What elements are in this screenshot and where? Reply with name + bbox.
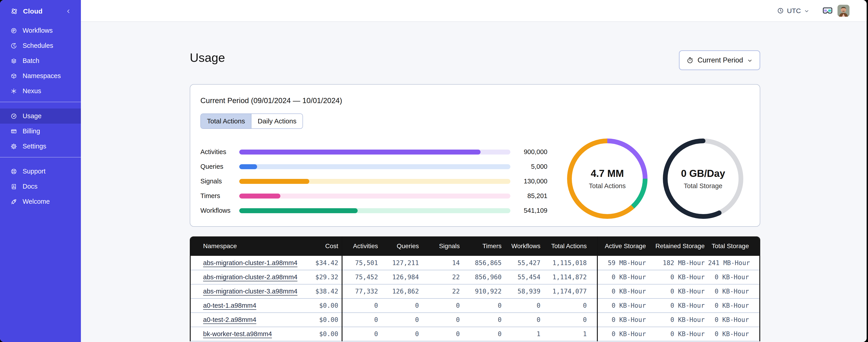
cell-queries: 0 — [381, 313, 422, 327]
bar-workflows: Workflows541,109 — [200, 203, 548, 218]
cell-total-actions: 0 — [544, 299, 597, 313]
cell-total-actions: 1,114,872 — [544, 270, 597, 284]
cell-timers: 0 — [463, 313, 505, 327]
cell-signals: 0 — [422, 299, 463, 313]
cell-total-storage: 0 KB-Hour — [708, 327, 759, 341]
tab-daily-actions[interactable]: Daily Actions — [251, 114, 303, 128]
sidebar-item-label: Billing — [23, 128, 40, 135]
main-content: Usage Current Period Current Period (09/… — [81, 22, 867, 342]
column-header-total-actions: Total Actions — [544, 236, 597, 256]
user-menu-chevron-down-icon[interactable] — [852, 8, 859, 14]
sidebar-item-usage[interactable]: Usage — [0, 108, 81, 124]
column-header-total-storage: Total Storage — [708, 236, 759, 256]
table-row: a0-test-1.a98mm4$0.000000000 KB-Hour0 KB… — [191, 299, 759, 313]
cell-active-storage: 0 KB-Hour — [597, 313, 649, 327]
column-header-signals: Signals — [422, 236, 463, 256]
bar-track — [239, 194, 510, 199]
usage-icon — [10, 113, 17, 119]
namespace-link[interactable]: bk-worker-test.a98mm4 — [203, 330, 272, 338]
table-row: abs-migration-cluster-3.a98mm4$38.4277,3… — [191, 284, 759, 299]
chevron-down-icon — [747, 57, 753, 63]
sidebar-item-welcome[interactable]: Welcome — [0, 194, 81, 209]
donut-total-storage: 0 GB/Day Total Storage — [660, 136, 746, 221]
cell-namespace: a0-test-1.a98mm4 — [191, 299, 305, 313]
cell-retained-storage: 0 KB-Hour — [649, 299, 708, 313]
sidebar-divider — [0, 157, 81, 158]
cell-total-storage: 0 KB-Hour — [708, 270, 759, 284]
namespace-link[interactable]: abs-migration-cluster-3.a98mm4 — [203, 287, 297, 295]
cell-signals: 22 — [422, 270, 463, 284]
sidebar-item-docs[interactable]: Docs — [0, 179, 81, 194]
cell-cost: $0.00 — [305, 313, 342, 327]
sidebar-item-billing[interactable]: Billing — [0, 124, 81, 139]
bar-value: 85,201 — [510, 192, 548, 200]
temporal-cloud-logo-icon — [10, 7, 18, 15]
column-header-retained-storage: Retained Storage — [649, 236, 708, 256]
cell-timers: 0 — [463, 327, 505, 341]
bar-fill — [239, 208, 358, 213]
column-header-activities: Activities — [342, 236, 381, 256]
cell-activities: 0 — [342, 313, 381, 327]
namespaces-icon — [10, 73, 17, 79]
namespace-link[interactable]: abs-migration-cluster-1.a98mm4 — [203, 259, 297, 266]
schedules-icon — [10, 42, 17, 49]
sidebar-item-nexus[interactable]: Nexus — [0, 83, 81, 99]
cell-timers: 856,960 — [463, 270, 505, 284]
brand: Cloud — [0, 0, 81, 23]
sidebar-collapse-icon[interactable] — [65, 8, 71, 14]
sidebar-divider — [0, 102, 81, 102]
cell-signals: 0 — [422, 327, 463, 341]
labs-glasses-icon[interactable] — [822, 7, 833, 15]
settings-icon — [10, 143, 17, 150]
sidebar-item-workflows[interactable]: Workflows — [0, 23, 81, 38]
table-row: abs-migration-cluster-1.a98mm4$34.4275,5… — [191, 256, 759, 270]
nexus-icon — [10, 88, 17, 95]
brand-label: Cloud — [23, 7, 42, 15]
period-button-label: Current Period — [698, 56, 743, 64]
cell-workflows: 58,939 — [505, 284, 544, 299]
cell-active-storage: 0 KB-Hour — [597, 299, 649, 313]
bar-activities: Activities900,000 — [200, 145, 548, 159]
period-selector-button[interactable]: Current Period — [679, 50, 760, 70]
sidebar-item-label: Namespaces — [23, 72, 61, 80]
sidebar-item-schedules[interactable]: Schedules — [0, 38, 81, 53]
cell-total-storage: 0 KB-Hour — [708, 299, 759, 313]
cell-retained-storage: 182 MB-Hour — [649, 256, 708, 270]
bar-value: 5,000 — [510, 163, 548, 170]
sidebar-item-support[interactable]: Support — [0, 164, 81, 179]
sidebar-item-label: Welcome — [23, 198, 50, 205]
cell-activities: 0 — [342, 299, 381, 313]
cell-workflows: 55,454 — [505, 270, 544, 284]
cell-cost: $34.42 — [305, 256, 342, 270]
avatar[interactable] — [837, 5, 849, 17]
column-header-timers: Timers — [463, 236, 505, 256]
timezone-selector[interactable]: UTC — [777, 7, 809, 15]
bar-label: Signals — [200, 177, 239, 185]
cell-total-actions: 1,174,077 — [544, 284, 597, 299]
column-header-namespace: Namespace — [191, 236, 305, 256]
cell-cost: $0.00 — [305, 299, 342, 313]
tab-total-actions[interactable]: Total Actions — [201, 114, 251, 128]
timezone-label: UTC — [787, 7, 801, 15]
sidebar-item-batch[interactable]: Batch — [0, 53, 81, 68]
topbar: UTC — [81, 0, 867, 22]
cell-total-storage: 241 MB-Hour — [708, 256, 759, 270]
namespace-usage-table: NamespaceCostActivitiesQueriesSignalsTim… — [190, 236, 760, 341]
cell-activities: 77,332 — [342, 284, 381, 299]
namespace-link[interactable]: a0-test-2.a98mm4 — [203, 316, 256, 323]
sidebar-item-settings[interactable]: Settings — [0, 139, 81, 154]
sidebar-item-namespaces[interactable]: Namespaces — [0, 68, 81, 83]
bar-track — [239, 179, 510, 184]
namespace-link[interactable]: a0-test-1.a98mm4 — [203, 302, 256, 309]
cell-cost: $29.32 — [305, 270, 342, 284]
namespace-link[interactable]: abs-migration-cluster-2.a98mm4 — [203, 273, 297, 281]
total-actions-label: Total Actions — [589, 182, 626, 190]
page-title: Usage — [190, 51, 760, 64]
sidebar: Cloud WorkflowsSchedulesBatchNamespacesN… — [0, 0, 81, 342]
welcome-icon — [10, 198, 17, 205]
stopwatch-icon — [686, 57, 693, 64]
bar-queries: Queries5,000 — [200, 159, 548, 174]
cell-workflows: 0 — [505, 313, 544, 327]
sidebar-item-label: Batch — [23, 57, 39, 65]
cell-total-actions: 1 — [544, 327, 597, 341]
